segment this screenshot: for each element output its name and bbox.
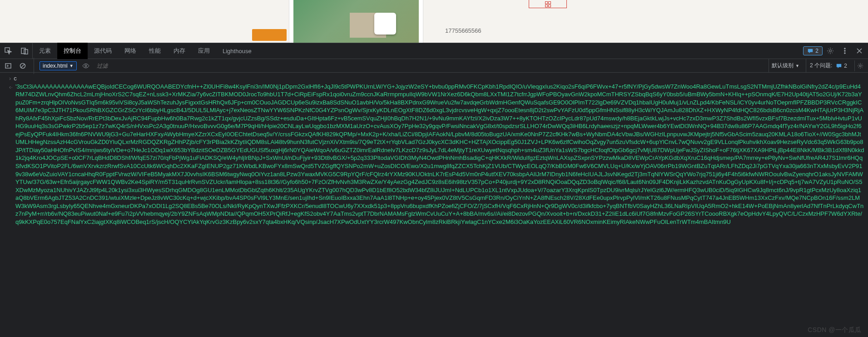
device-toggle-icon[interactable] xyxy=(16,43,33,59)
svg-point-5 xyxy=(844,50,846,52)
tab-application[interactable]: 应用 xyxy=(192,43,216,59)
result-chevron-icon: ‹· xyxy=(9,83,13,226)
tab-lighthouse[interactable]: Lighthouse xyxy=(216,43,258,59)
log-level-selector[interactable]: 默认级别 ▼ xyxy=(769,59,802,72)
messages-count: 2 xyxy=(815,48,818,54)
svg-point-10 xyxy=(859,64,861,66)
console-result-row: ‹· '3sCt3iAAAAAAAAAAAAAAwEQBjoIdCECog6WU… xyxy=(9,83,864,226)
page-content: 密码登录 验证码登录 扫码登录 17755665566 xyxy=(0,0,868,43)
devtools-panel: 元素 控制台 源代码 网络 性能 内存 应用 Lighthouse 2 xyxy=(0,43,868,337)
qr-login-label: 扫码登录 xyxy=(539,0,557,1)
issues-label: 2 个问题: xyxy=(810,62,832,69)
context-selector-value: index.html xyxy=(43,63,68,69)
messages-pill[interactable]: 2 xyxy=(803,46,823,55)
prompt-chevron-icon: › xyxy=(9,74,11,83)
tab-sources[interactable]: 源代码 xyxy=(88,43,118,59)
console-input-value: c xyxy=(14,74,17,83)
svg-point-3 xyxy=(829,50,832,52)
issues-section: 2 个问题: 2 xyxy=(806,59,851,72)
log-level-label: 默认级别 xyxy=(772,62,794,69)
tab-memory[interactable]: 内存 xyxy=(167,43,192,59)
tabbar-right-icons: 2 xyxy=(803,44,868,58)
tab-elements[interactable]: 元素 xyxy=(33,43,57,59)
more-menu-icon[interactable] xyxy=(838,44,852,58)
console-result-text: '3sCt3iAAAAAAAAAAAAAAwEQBjoIdCECog6WURQO… xyxy=(15,83,864,226)
watermark-text: CSDN @一个瓜瓜 xyxy=(808,326,862,334)
svg-rect-1 xyxy=(21,48,25,54)
message-icon xyxy=(836,63,842,69)
console-sidebar-toggle-icon[interactable] xyxy=(3,60,14,71)
context-selector[interactable]: index.html ▼ xyxy=(40,61,77,70)
console-input-row: › c xyxy=(9,74,864,83)
captcha-image xyxy=(293,0,419,43)
console-output[interactable]: › c ‹· '3sCt3iAAAAAAAAAAAAAAwEQBjoIdCECo… xyxy=(0,73,868,337)
console-subbar: index.html ▼ 默认级别 ▼ 2 个问题: 2 xyxy=(0,59,868,73)
console-filter-input[interactable] xyxy=(95,62,765,70)
devtools-tabbar: 元素 控制台 源代码 网络 性能 内存 应用 Lighthouse 2 xyxy=(0,43,868,59)
svg-point-9 xyxy=(85,65,87,67)
svg-point-6 xyxy=(844,53,846,54)
tab-network[interactable]: 网络 xyxy=(118,43,143,59)
svg-point-4 xyxy=(844,48,846,50)
qr-code-icon xyxy=(545,1,551,8)
live-expression-icon[interactable] xyxy=(80,60,91,71)
tab-performance[interactable]: 性能 xyxy=(143,43,167,59)
issues-pill[interactable]: 2 xyxy=(836,63,847,69)
inspect-element-icon[interactable] xyxy=(0,43,16,59)
banner-accent xyxy=(252,29,287,41)
close-devtools-icon[interactable] xyxy=(853,44,866,58)
chevron-down-icon: ▼ xyxy=(69,64,74,68)
issues-count: 2 xyxy=(844,63,847,69)
settings-gear-icon[interactable] xyxy=(823,44,837,58)
clear-console-icon[interactable] xyxy=(17,60,28,71)
phone-number-text: 17755665566 xyxy=(445,27,481,34)
console-settings-icon[interactable] xyxy=(854,60,865,71)
chevron-down-icon: ▼ xyxy=(795,64,799,68)
tab-console[interactable]: 控制台 xyxy=(57,43,88,59)
captcha-puzzle-card[interactable] xyxy=(289,0,423,43)
qr-login-button[interactable]: 扫码登录 xyxy=(529,0,567,8)
password-login-label: 密码登录 xyxy=(445,0,467,1)
sms-login-link[interactable]: 验证码登录 xyxy=(485,0,512,1)
message-icon xyxy=(807,48,813,54)
captcha-puzzle-piece-icon[interactable] xyxy=(374,13,396,35)
